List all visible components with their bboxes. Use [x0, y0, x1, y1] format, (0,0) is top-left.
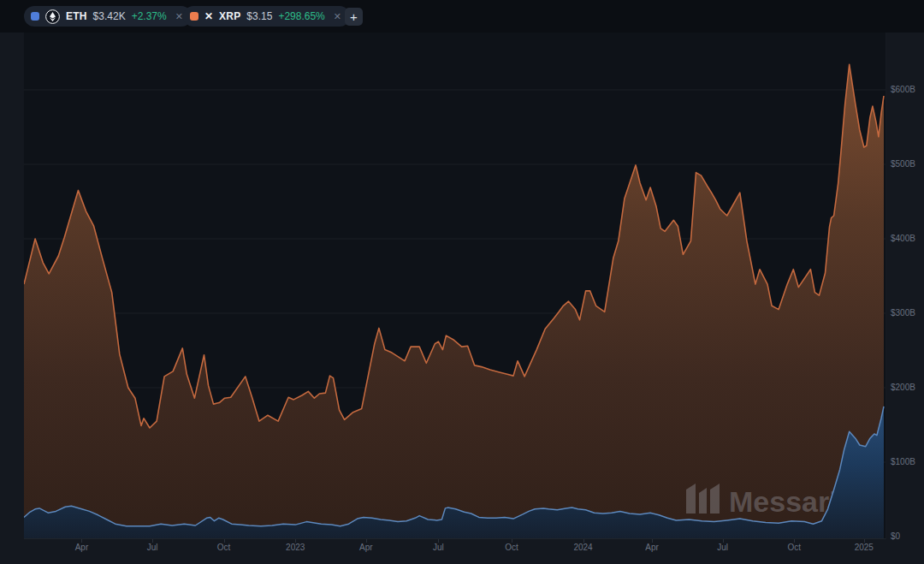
xrp-change-percent: +298.65%	[278, 10, 324, 22]
eth-area-fill	[24, 64, 884, 538]
y-tick-$0: $0	[891, 531, 900, 541]
x-tick-2023: 2023	[286, 543, 305, 552]
messari-watermark-text: Messari	[729, 485, 838, 518]
series-pill-eth[interactable]: ETH $3.42K +2.37% ✕	[24, 6, 192, 27]
y-tick-$500B: $500B	[891, 159, 915, 169]
x-tick-2025: 2025	[855, 543, 874, 552]
y-tick-$200B: $200B	[891, 383, 915, 392]
x-tick-Jul: Jul	[433, 543, 444, 552]
eth-change-percent: +2.37%	[132, 10, 167, 22]
eth-logo-icon	[45, 9, 60, 24]
eth-ticker-label: ETH	[66, 10, 87, 22]
x-tick-Apr: Apr	[75, 543, 89, 552]
x-tick-Oct: Oct	[505, 543, 518, 552]
x-tick-Apr: Apr	[359, 543, 373, 552]
eth-color-swatch	[31, 12, 39, 21]
x-tick-Oct: Oct	[787, 543, 801, 552]
chart-toolbar: ETH $3.42K +2.37% ✕ ✕ XRP $3.15 +298.65%…	[0, 0, 924, 33]
y-tick-$100B: $100B	[891, 457, 915, 466]
x-tick-2024: 2024	[573, 543, 592, 552]
x-tick-Oct: Oct	[217, 543, 231, 552]
series-pill-xrp[interactable]: ✕ XRP $3.15 +298.65% ✕	[183, 6, 350, 27]
xrp-remove-icon[interactable]: ✕	[334, 11, 341, 22]
y-tick-$600B: $600B	[891, 85, 915, 94]
xrp-ticker-label: XRP	[219, 10, 240, 22]
eth-price: $3.42K	[93, 10, 126, 22]
x-tick-Jul: Jul	[147, 543, 158, 552]
add-asset-button[interactable]: +	[345, 8, 363, 26]
xrp-color-swatch	[190, 12, 198, 21]
eth-remove-icon[interactable]: ✕	[175, 11, 183, 22]
xrp-price: $3.15	[246, 10, 272, 22]
xrp-logo-icon: ✕	[204, 10, 213, 22]
x-tick-Jul: Jul	[717, 543, 728, 552]
stacked-area-chart: Messari	[24, 33, 886, 538]
y-tick-$400B: $400B	[891, 234, 915, 243]
y-tick-$300B: $300B	[891, 308, 915, 318]
x-tick-Apr: Apr	[645, 543, 659, 552]
messari-chart-app: ETH $3.42K +2.37% ✕ ✕ XRP $3.15 +298.65%…	[0, 0, 924, 564]
chart-plot-area[interactable]: Messari	[24, 33, 886, 539]
